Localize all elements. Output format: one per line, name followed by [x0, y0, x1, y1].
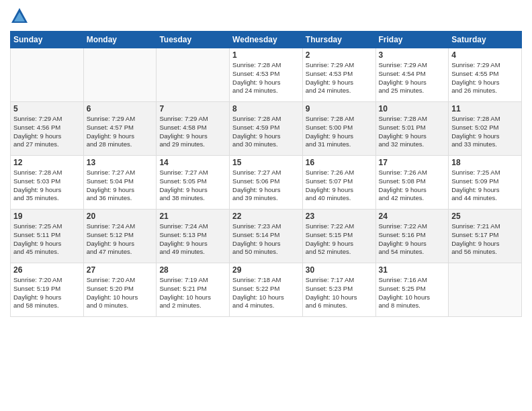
calendar-day-cell	[11, 48, 84, 102]
calendar-week-row: 1Sunrise: 7:28 AM Sunset: 4:53 PM Daylig…	[11, 48, 522, 102]
calendar-day-cell: 19Sunrise: 7:25 AM Sunset: 5:11 PM Dayli…	[11, 210, 84, 263]
day-number: 18	[451, 158, 519, 167]
calendar-day-cell: 13Sunrise: 7:27 AM Sunset: 5:04 PM Dayli…	[83, 156, 157, 210]
day-number: 30	[306, 265, 373, 275]
day-number: 25	[451, 212, 519, 221]
day-info: Sunrise: 7:24 AM Sunset: 5:13 PM Dayligh…	[159, 222, 226, 257]
calendar-day-cell: 4Sunrise: 7:29 AM Sunset: 4:55 PM Daylig…	[449, 48, 522, 102]
day-number: 5	[13, 104, 81, 113]
day-number: 22	[232, 212, 300, 221]
header	[10, 7, 522, 26]
weekday-header-tuesday: Tuesday	[157, 32, 230, 48]
day-number: 10	[379, 104, 446, 113]
day-info: Sunrise: 7:19 AM Sunset: 5:21 PM Dayligh…	[159, 276, 226, 310]
calendar-day-cell: 23Sunrise: 7:22 AM Sunset: 5:15 PM Dayli…	[302, 210, 375, 263]
weekday-header-row: SundayMondayTuesdayWednesdayThursdayFrid…	[11, 32, 522, 48]
calendar-day-cell: 7Sunrise: 7:29 AM Sunset: 4:58 PM Daylig…	[157, 102, 230, 156]
day-info: Sunrise: 7:25 AM Sunset: 5:11 PM Dayligh…	[13, 222, 81, 257]
calendar-day-cell: 6Sunrise: 7:29 AM Sunset: 4:57 PM Daylig…	[83, 102, 157, 156]
day-info: Sunrise: 7:17 AM Sunset: 5:23 PM Dayligh…	[306, 276, 373, 310]
day-info: Sunrise: 7:16 AM Sunset: 5:25 PM Dayligh…	[379, 276, 446, 310]
day-number: 20	[87, 212, 154, 221]
calendar-day-cell: 28Sunrise: 7:19 AM Sunset: 5:21 PM Dayli…	[157, 263, 230, 317]
calendar-day-cell: 29Sunrise: 7:18 AM Sunset: 5:22 PM Dayli…	[230, 263, 303, 317]
day-info: Sunrise: 7:28 AM Sunset: 5:02 PM Dayligh…	[451, 115, 519, 149]
day-info: Sunrise: 7:22 AM Sunset: 5:16 PM Dayligh…	[379, 222, 446, 257]
day-info: Sunrise: 7:29 AM Sunset: 4:55 PM Dayligh…	[451, 61, 519, 95]
weekday-header-friday: Friday	[375, 32, 449, 48]
weekday-header-wednesday: Wednesday	[230, 32, 303, 48]
day-info: Sunrise: 7:25 AM Sunset: 5:09 PM Dayligh…	[451, 169, 519, 203]
day-info: Sunrise: 7:27 AM Sunset: 5:06 PM Dayligh…	[232, 169, 300, 203]
calendar-day-cell: 16Sunrise: 7:26 AM Sunset: 5:07 PM Dayli…	[302, 156, 375, 210]
calendar-table: SundayMondayTuesdayWednesdayThursdayFrid…	[10, 31, 522, 317]
calendar-day-cell: 5Sunrise: 7:29 AM Sunset: 4:56 PM Daylig…	[11, 102, 84, 156]
day-number: 31	[379, 265, 446, 275]
day-number: 7	[159, 104, 226, 113]
calendar-day-cell: 24Sunrise: 7:22 AM Sunset: 5:16 PM Dayli…	[375, 210, 449, 263]
calendar-day-cell: 18Sunrise: 7:25 AM Sunset: 5:09 PM Dayli…	[449, 156, 522, 210]
calendar-day-cell: 1Sunrise: 7:28 AM Sunset: 4:53 PM Daylig…	[230, 48, 303, 102]
calendar-day-cell	[83, 48, 157, 102]
day-number: 23	[306, 212, 373, 221]
day-info: Sunrise: 7:29 AM Sunset: 4:56 PM Dayligh…	[13, 115, 81, 149]
day-info: Sunrise: 7:23 AM Sunset: 5:14 PM Dayligh…	[232, 222, 300, 257]
day-number: 13	[87, 158, 154, 167]
calendar-day-cell: 26Sunrise: 7:20 AM Sunset: 5:19 PM Dayli…	[11, 263, 84, 317]
day-number: 12	[13, 158, 81, 167]
weekday-header-thursday: Thursday	[302, 32, 375, 48]
calendar-day-cell: 22Sunrise: 7:23 AM Sunset: 5:14 PM Dayli…	[230, 210, 303, 263]
weekday-header-sunday: Sunday	[11, 32, 84, 48]
day-number: 3	[379, 50, 446, 60]
calendar-day-cell: 31Sunrise: 7:16 AM Sunset: 5:25 PM Dayli…	[375, 263, 449, 317]
day-info: Sunrise: 7:20 AM Sunset: 5:20 PM Dayligh…	[87, 276, 154, 310]
day-info: Sunrise: 7:28 AM Sunset: 4:59 PM Dayligh…	[232, 115, 300, 149]
calendar-day-cell: 20Sunrise: 7:24 AM Sunset: 5:12 PM Dayli…	[83, 210, 157, 263]
calendar-day-cell: 12Sunrise: 7:28 AM Sunset: 5:03 PM Dayli…	[11, 156, 84, 210]
day-info: Sunrise: 7:26 AM Sunset: 5:08 PM Dayligh…	[379, 169, 446, 203]
day-number: 15	[232, 158, 300, 167]
day-info: Sunrise: 7:28 AM Sunset: 5:03 PM Dayligh…	[13, 169, 81, 203]
day-info: Sunrise: 7:29 AM Sunset: 4:53 PM Dayligh…	[306, 61, 373, 95]
day-number: 2	[306, 50, 373, 60]
day-info: Sunrise: 7:22 AM Sunset: 5:15 PM Dayligh…	[306, 222, 373, 257]
calendar-day-cell: 25Sunrise: 7:21 AM Sunset: 5:17 PM Dayli…	[449, 210, 522, 263]
day-number: 16	[306, 158, 373, 167]
day-number: 1	[232, 50, 300, 60]
calendar-day-cell: 30Sunrise: 7:17 AM Sunset: 5:23 PM Dayli…	[302, 263, 375, 317]
day-info: Sunrise: 7:28 AM Sunset: 5:01 PM Dayligh…	[379, 115, 446, 149]
day-info: Sunrise: 7:18 AM Sunset: 5:22 PM Dayligh…	[232, 276, 300, 310]
calendar-day-cell: 17Sunrise: 7:26 AM Sunset: 5:08 PM Dayli…	[375, 156, 449, 210]
calendar-day-cell	[449, 263, 522, 317]
day-number: 21	[159, 212, 226, 221]
day-info: Sunrise: 7:28 AM Sunset: 4:53 PM Dayligh…	[232, 61, 300, 95]
weekday-header-monday: Monday	[83, 32, 157, 48]
calendar-day-cell: 9Sunrise: 7:28 AM Sunset: 5:00 PM Daylig…	[302, 102, 375, 156]
logo	[10, 7, 32, 26]
calendar-day-cell: 15Sunrise: 7:27 AM Sunset: 5:06 PM Dayli…	[230, 156, 303, 210]
day-number: 27	[87, 265, 154, 275]
calendar-container: SundayMondayTuesdayWednesdayThursdayFrid…	[0, 0, 532, 411]
calendar-week-row: 19Sunrise: 7:25 AM Sunset: 5:11 PM Dayli…	[11, 210, 522, 263]
calendar-day-cell: 27Sunrise: 7:20 AM Sunset: 5:20 PM Dayli…	[83, 263, 157, 317]
day-number: 9	[306, 104, 373, 113]
day-info: Sunrise: 7:27 AM Sunset: 5:04 PM Dayligh…	[87, 169, 154, 203]
day-info: Sunrise: 7:28 AM Sunset: 5:00 PM Dayligh…	[306, 115, 373, 149]
logo-icon	[10, 7, 29, 26]
calendar-day-cell: 11Sunrise: 7:28 AM Sunset: 5:02 PM Dayli…	[449, 102, 522, 156]
calendar-day-cell: 3Sunrise: 7:29 AM Sunset: 4:54 PM Daylig…	[375, 48, 449, 102]
day-info: Sunrise: 7:29 AM Sunset: 4:57 PM Dayligh…	[87, 115, 154, 149]
day-number: 24	[379, 212, 446, 221]
day-number: 6	[87, 104, 154, 113]
day-info: Sunrise: 7:21 AM Sunset: 5:17 PM Dayligh…	[451, 222, 519, 257]
day-info: Sunrise: 7:29 AM Sunset: 4:54 PM Dayligh…	[379, 61, 446, 95]
day-number: 28	[159, 265, 226, 275]
calendar-week-row: 5Sunrise: 7:29 AM Sunset: 4:56 PM Daylig…	[11, 102, 522, 156]
day-number: 26	[13, 265, 81, 275]
day-info: Sunrise: 7:20 AM Sunset: 5:19 PM Dayligh…	[13, 276, 81, 310]
calendar-week-row: 26Sunrise: 7:20 AM Sunset: 5:19 PM Dayli…	[11, 263, 522, 317]
calendar-day-cell: 10Sunrise: 7:28 AM Sunset: 5:01 PM Dayli…	[375, 102, 449, 156]
day-info: Sunrise: 7:26 AM Sunset: 5:07 PM Dayligh…	[306, 169, 373, 203]
day-number: 19	[13, 212, 81, 221]
calendar-day-cell	[157, 48, 230, 102]
